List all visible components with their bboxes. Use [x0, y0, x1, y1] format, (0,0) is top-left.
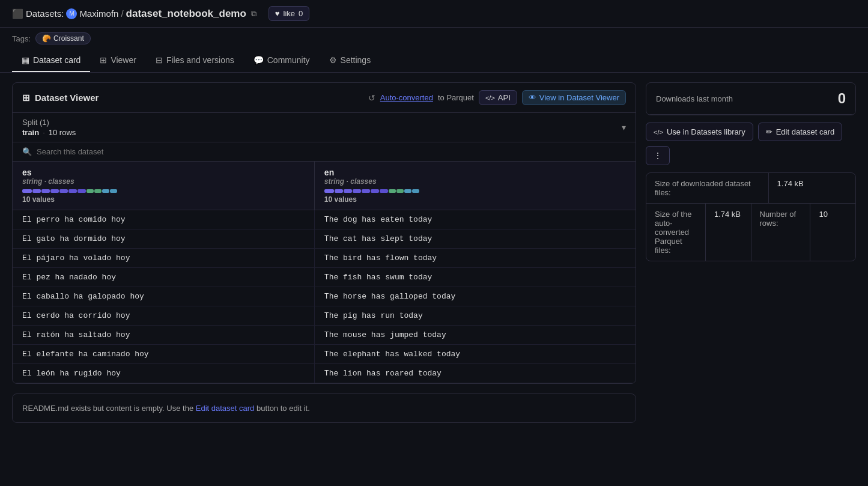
edit-dataset-card-link[interactable]: Edit dataset card: [196, 404, 255, 413]
cell-en: The dog has eaten today: [314, 210, 636, 229]
search-box: 🔍: [22, 147, 626, 156]
downloads-header: Downloads last month 0: [646, 83, 855, 115]
left-panel: ⊞ Dataset Viewer ↺ Auto-converted to Par…: [12, 82, 636, 423]
heart-icon: ♥: [275, 9, 280, 18]
col-name-es: es: [22, 168, 305, 177]
table-row: El caballo ha galopado hoyThe horse has …: [13, 287, 636, 306]
edit-dataset-card-button[interactable]: ✏ Edit dataset card: [758, 123, 843, 141]
dataset-viewer-card: ⊞ Dataset Viewer ↺ Auto-converted to Par…: [12, 82, 636, 384]
cell-es: El perro ha comido hoy: [13, 210, 314, 229]
repo-name[interactable]: dataset_notebook_demo: [126, 8, 246, 20]
col-header-es: es string · classes: [13, 162, 314, 210]
split-selector[interactable]: Split (1) train · 10 rows ▾: [13, 113, 636, 142]
username[interactable]: Maximofn: [79, 8, 118, 19]
like-count: 0: [299, 9, 303, 18]
num-rows-value: 10: [810, 204, 855, 261]
readme-notice: README.md exists but content is empty. U…: [12, 393, 636, 423]
user-avatar: M: [66, 8, 77, 19]
readme-notice-text: README.md exists but content is empty. U…: [22, 404, 196, 413]
copy-icon[interactable]: ⧉: [251, 9, 256, 19]
code-icon: </>: [485, 94, 495, 102]
cell-es: El león ha rugido hoy: [13, 364, 314, 383]
cell-en: The pig has run today: [314, 306, 636, 326]
tab-community-label: Community: [267, 55, 310, 65]
table-row: El elefante ha caminado hoyThe elephant …: [13, 345, 636, 364]
table-row: El león ha rugido hoyThe lion has roared…: [13, 364, 636, 383]
search-input[interactable]: [37, 147, 626, 156]
tabs: ▦ Dataset card ⊞ Viewer ⊟ Files and vers…: [0, 49, 868, 73]
main-content: ⊞ Dataset Viewer ↺ Auto-converted to Par…: [0, 73, 868, 433]
view-btn-label: View in Dataset Viewer: [539, 93, 619, 102]
view-in-dataset-viewer-button[interactable]: 👁 View in Dataset Viewer: [522, 90, 626, 105]
color-bar-es: [22, 189, 305, 193]
num-rows-label: Number of rows:: [751, 204, 811, 261]
table-row: El pájaro ha volado hoyThe bird has flow…: [13, 249, 636, 268]
cell-en: The lion has roared today: [314, 364, 636, 383]
cell-es: El ratón ha saltado hoy: [13, 326, 314, 345]
split-info: Split (1) train · 10 rows: [22, 118, 76, 137]
meta-grid: Size of downloaded dataset files: 1.74 k…: [646, 172, 856, 261]
downloads-title: Downloads last month: [656, 94, 733, 103]
col-name-en: en: [324, 168, 626, 177]
col-header-en: en string · classes: [314, 162, 636, 210]
tags-label: Tags:: [12, 34, 31, 43]
settings-icon: ⚙: [329, 55, 337, 65]
auto-converted-link[interactable]: Auto-converted: [380, 93, 433, 102]
split-rows: 10 rows: [49, 128, 76, 137]
split-detail: train · 10 rows: [22, 128, 76, 137]
files-icon: ⊟: [156, 55, 163, 65]
tab-community[interactable]: 💬 Community: [244, 49, 320, 72]
croissant-tag[interactable]: 🥐 Croissant: [35, 32, 91, 44]
table-row: El cerdo ha corrido hoyThe pig has run t…: [13, 306, 636, 326]
cell-en: The fish has swum today: [314, 268, 636, 287]
cell-en: The horse has galloped today: [314, 287, 636, 306]
api-button[interactable]: </> API: [479, 90, 517, 105]
split-name: train: [22, 128, 39, 137]
cell-es: El pez ha nadado hoy: [13, 268, 314, 287]
croissant-icon: 🥐: [42, 34, 51, 43]
split-dot: ·: [43, 128, 45, 137]
tab-viewer-label: Viewer: [111, 55, 136, 65]
color-bar-en: [324, 189, 626, 193]
tab-files-label: Files and versions: [166, 55, 234, 65]
tab-viewer[interactable]: ⊞ Viewer: [90, 49, 146, 72]
breadcrumb: ⬛ Datasets: M Maximofn / dataset_noteboo…: [12, 8, 256, 20]
dataset-size-value: 1.74 kB: [769, 173, 855, 203]
tab-settings-label: Settings: [341, 55, 371, 65]
pencil-icon: ✏: [766, 127, 772, 136]
community-icon: 💬: [253, 55, 264, 65]
tab-files-versions[interactable]: ⊟ Files and versions: [146, 49, 244, 72]
col-type-en: string · classes: [324, 177, 626, 186]
col-type-es: string · classes: [22, 177, 305, 186]
cell-en: The cat has slept today: [314, 229, 636, 249]
ellipsis-icon: ⋮: [654, 151, 662, 160]
cell-es: El pájaro ha volado hoy: [13, 249, 314, 268]
dataset-size-label: Size of downloaded dataset files:: [646, 173, 769, 203]
like-button[interactable]: ♥ like 0: [269, 6, 309, 21]
split-title: Split (1): [22, 118, 76, 127]
tags-row: Tags: 🥐 Croissant: [0, 28, 868, 49]
cell-es: El elefante ha caminado hoy: [13, 345, 314, 364]
api-label: API: [498, 93, 511, 102]
eye-icon: 👁: [529, 93, 536, 102]
downloads-count: 0: [838, 90, 846, 107]
parquet-size-label: Size of the auto-converted Parquet files…: [646, 204, 706, 261]
action-buttons: </> Use in Datasets library ✏ Edit datas…: [646, 123, 856, 165]
parquet-size-value: 1.74 kB: [706, 204, 751, 261]
tab-dataset-card[interactable]: ▦ Dataset card: [12, 49, 90, 72]
more-options-button[interactable]: ⋮: [646, 146, 670, 165]
refresh-icon: ↺: [368, 93, 375, 103]
top-bar: ⬛ Datasets: M Maximofn / dataset_noteboo…: [0, 0, 868, 28]
auto-converted-text: Auto-converted: [380, 93, 433, 102]
tab-dataset-card-label: Dataset card: [33, 55, 80, 65]
viewer-icon: ⊞: [100, 55, 107, 65]
readme-suffix-text: button to edit it.: [256, 404, 310, 413]
data-table: es string · classes: [13, 162, 636, 383]
values-count-es: 10 values: [22, 195, 305, 204]
tab-settings[interactable]: ⚙ Settings: [320, 49, 381, 72]
cell-es: El gato ha dormido hoy: [13, 229, 314, 249]
viewer-header: ⊞ Dataset Viewer ↺ Auto-converted to Par…: [13, 83, 636, 113]
table-container[interactable]: es string · classes: [13, 162, 636, 383]
edit-dataset-card-label: Edit dataset card: [776, 127, 835, 136]
use-in-datasets-button[interactable]: </> Use in Datasets library: [646, 123, 753, 141]
